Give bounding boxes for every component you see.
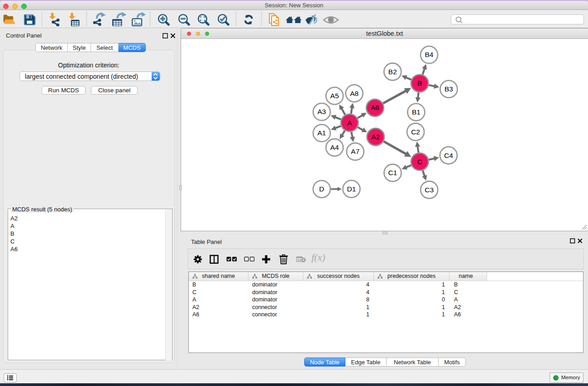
svg-text:A6: A6 <box>371 104 379 111</box>
svg-text:A4: A4 <box>330 143 339 151</box>
svg-text:D: D <box>319 185 324 193</box>
svg-text:B3: B3 <box>445 85 453 93</box>
svg-text:C3: C3 <box>425 186 434 194</box>
svg-text:B4: B4 <box>425 51 434 58</box>
svg-text:C1: C1 <box>388 169 397 176</box>
svg-text:C4: C4 <box>444 152 453 159</box>
svg-text:C2: C2 <box>411 128 420 136</box>
svg-text:C: C <box>417 158 422 166</box>
svg-text:A2: A2 <box>371 133 380 141</box>
svg-text:D1: D1 <box>347 185 356 193</box>
svg-text:B: B <box>417 79 422 87</box>
svg-text:B1: B1 <box>412 108 421 116</box>
svg-text:A1: A1 <box>317 129 326 137</box>
svg-text:A5: A5 <box>330 92 339 100</box>
svg-text:A8: A8 <box>350 90 359 97</box>
svg-text:A3: A3 <box>317 108 326 115</box>
svg-text:A: A <box>347 119 352 127</box>
svg-text:A7: A7 <box>351 148 359 155</box>
svg-text:B2: B2 <box>388 68 397 76</box>
